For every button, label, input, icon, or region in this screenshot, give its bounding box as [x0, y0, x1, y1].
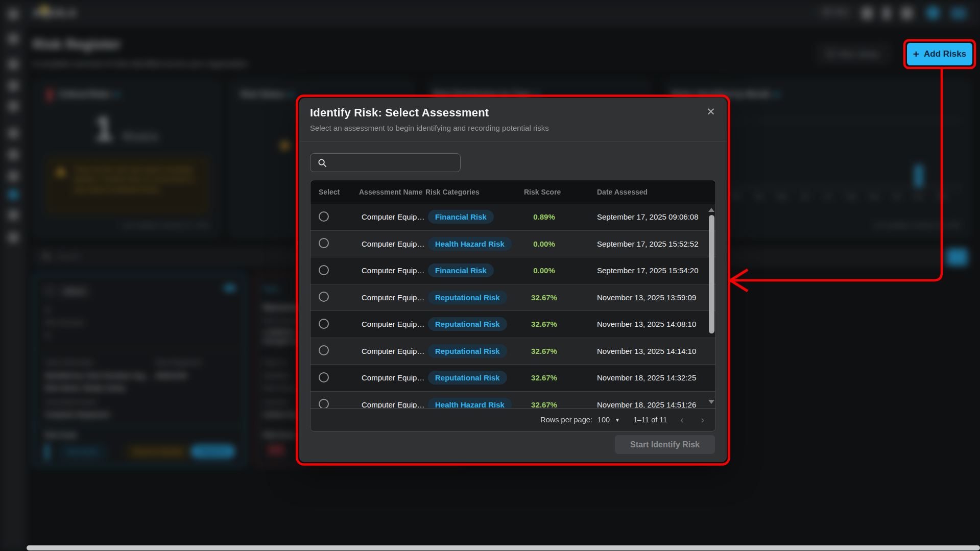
column-header-risk-score: Risk Score — [520, 188, 568, 196]
risk-category-badge: Health Hazard Risk — [428, 398, 512, 408]
column-header-select: Select — [310, 188, 359, 196]
assessments-table: Select Assessment Name Risk Categories R… — [310, 180, 716, 432]
risk-category-badge: Financial Risk — [428, 210, 494, 224]
table-row[interactable]: Computer Equip… Financial Risk 0.00% Sep… — [310, 257, 715, 284]
risk-category-badge: Reputational Risk — [428, 371, 507, 385]
row-radio[interactable] — [319, 292, 329, 302]
risk-score: 32.67% — [520, 373, 568, 382]
date-assessed: November 18, 2025 14:32:25 — [568, 373, 715, 382]
horizontal-scrollbar[interactable] — [27, 545, 980, 550]
assessment-name: Computer Equip… — [359, 212, 425, 221]
pagination-bar: Rows per page: 100 ▼ 1–11 of 11 ‹ › — [310, 408, 715, 431]
rows-per-page[interactable]: Rows per page: 100 ▼ — [540, 416, 620, 424]
table-row[interactable]: Computer Equip… Reputational Risk 32.67%… — [310, 338, 715, 365]
add-risks-button[interactable]: + Add Risks — [907, 43, 972, 65]
table-row[interactable]: Computer Equip… Health Hazard Risk 0.00%… — [310, 231, 715, 258]
row-radio[interactable] — [319, 265, 329, 275]
row-radio[interactable] — [319, 238, 329, 248]
risk-category-badge: Reputational Risk — [428, 317, 507, 331]
row-radio[interactable] — [319, 399, 329, 408]
next-page-button[interactable]: › — [701, 414, 704, 425]
scrollbar-down-arrow[interactable] — [708, 400, 714, 404]
previous-page-button[interactable]: ‹ — [680, 414, 683, 425]
row-radio[interactable] — [319, 211, 329, 222]
close-icon[interactable]: ✕ — [703, 104, 719, 119]
date-assessed: November 13, 2025 14:08:10 — [568, 320, 715, 328]
identify-risk-modal: Identify Risk: Select Assessment Select … — [299, 98, 727, 462]
app-screen: AQUILA FAQ Risk Register A complete over… — [0, 0, 980, 551]
risk-category-badge: Reputational Risk — [428, 291, 507, 304]
assessment-name: Computer Equip… — [359, 400, 425, 408]
risk-score: 32.67% — [520, 320, 568, 328]
risk-score: 32.67% — [520, 400, 568, 408]
assessment-name: Computer Equip… — [359, 293, 425, 302]
assessment-name: Computer Equip… — [359, 347, 425, 355]
risk-score: 32.67% — [520, 347, 568, 355]
column-header-risk-categories: Risk Categories — [425, 188, 520, 196]
date-assessed: September 17, 2025 09:06:08 — [568, 212, 715, 221]
column-header-assessment-name: Assessment Name — [359, 188, 425, 196]
date-assessed: November 18, 2025 14:51:26 — [568, 400, 715, 408]
table-row[interactable]: Computer Equip… Reputational Risk 32.67%… — [310, 311, 715, 338]
risk-category-badge: Health Hazard Risk — [428, 237, 512, 251]
modal-header: Identify Risk: Select Assessment Select … — [299, 98, 727, 141]
scrollbar-up-arrow[interactable] — [708, 208, 714, 212]
column-header-date-assessed: Date Assessed — [568, 188, 715, 196]
search-icon — [318, 158, 327, 168]
assessment-name: Computer Equip… — [359, 373, 425, 382]
risk-score: 0.00% — [520, 239, 568, 248]
table-body: Computer Equip… Financial Risk 0.89% Sep… — [310, 204, 715, 408]
modal-search-box[interactable] — [310, 153, 461, 172]
date-assessed: November 13, 2025 13:59:09 — [568, 293, 715, 302]
date-assessed: September 17, 2025 15:54:20 — [568, 266, 715, 275]
row-radio[interactable] — [319, 372, 329, 382]
assessment-name: Computer Equip… — [359, 239, 425, 248]
plus-icon: + — [913, 48, 919, 60]
chevron-down-icon: ▼ — [615, 417, 620, 423]
date-assessed: September 17, 2025 15:52:52 — [568, 239, 715, 248]
risk-category-badge: Reputational Risk — [428, 344, 507, 358]
table-row[interactable]: Computer Equip… Health Hazard Risk 32.67… — [310, 392, 715, 409]
row-radio[interactable] — [319, 345, 329, 355]
start-identify-risk-button[interactable]: Start Identify Risk — [615, 435, 715, 454]
rows-per-page-label: Rows per page: — [540, 416, 592, 424]
pagination-range: 1–11 of 11 — [633, 416, 667, 424]
risk-score: 0.00% — [520, 266, 568, 275]
modal-title: Identify Risk: Select Assessment — [310, 106, 489, 119]
assessment-name: Computer Equip… — [359, 266, 425, 275]
scrollbar-thumb[interactable] — [709, 215, 714, 333]
table-row[interactable]: Computer Equip… Reputational Risk 32.67%… — [310, 284, 715, 312]
assessment-name: Computer Equip… — [359, 320, 425, 328]
modal-subtitle: Select an assessment to begin identifyin… — [310, 124, 549, 132]
modal-search-input[interactable] — [332, 154, 457, 172]
table-row[interactable]: Computer Equip… Reputational Risk 32.67%… — [310, 365, 715, 392]
table-header-row: Select Assessment Name Risk Categories R… — [310, 180, 715, 204]
row-radio[interactable] — [319, 319, 329, 329]
rows-per-page-value: 100 — [597, 416, 610, 424]
risk-score: 0.89% — [520, 212, 568, 221]
risk-score: 32.67% — [520, 293, 568, 302]
date-assessed: November 13, 2025 14:14:10 — [568, 347, 715, 355]
table-row[interactable]: Computer Equip… Financial Risk 0.89% Sep… — [310, 204, 715, 231]
risk-category-badge: Financial Risk — [428, 263, 494, 277]
